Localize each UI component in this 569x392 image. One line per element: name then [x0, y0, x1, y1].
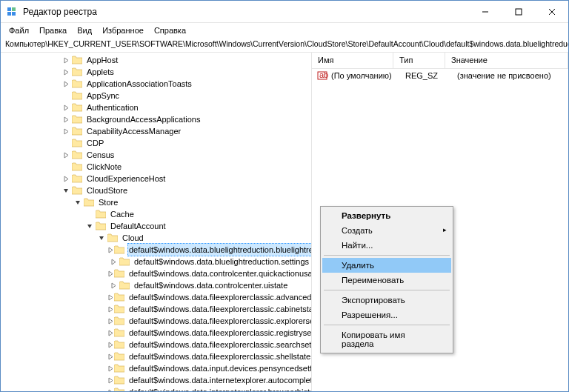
tree-toggle-icon[interactable] [107, 294, 114, 301]
tree-toggle-icon[interactable] [107, 377, 114, 384]
tree-node[interactable]: default$windows.data.input.devices.pensy… [1, 362, 311, 374]
tree-node-label: CloudExperienceHost [85, 173, 167, 185]
menu-edit[interactable]: Правка [34, 24, 72, 36]
tree-toggle-icon[interactable] [107, 389, 114, 392]
menu-favorites[interactable]: Избранное [97, 24, 149, 36]
tree-node[interactable]: Census [1, 149, 311, 161]
tree-node-label: default$windows.data.internetexplorer.br… [127, 386, 311, 391]
menu-file[interactable]: Файл [4, 24, 34, 36]
tree-node[interactable]: AppHost [1, 54, 311, 66]
maximize-button[interactable] [502, 1, 535, 22]
tree-toggle-icon[interactable] [107, 330, 114, 336]
tree-node[interactable]: default$windows.data.fileexplorerclassic… [1, 315, 311, 327]
menu-view[interactable]: Вид [72, 24, 97, 36]
tree-node-label: default$windows.data.fileexplorerclassic… [127, 291, 311, 303]
tree-node[interactable]: ClickNote [1, 161, 311, 173]
tree-toggle-icon[interactable] [60, 176, 72, 182]
tree-toggle-icon[interactable] [107, 259, 119, 265]
column-name[interactable]: Имя [312, 53, 393, 68]
tree-node[interactable]: CapabilityAccessManager [1, 125, 311, 137]
tree-node-label: Census [85, 149, 116, 161]
tree-toggle-icon[interactable] [107, 353, 114, 360]
tree-node-label: BackgroundAccessApplications [85, 113, 202, 125]
tree-toggle-icon[interactable] [72, 199, 84, 206]
minimize-button[interactable] [468, 1, 502, 22]
tree-toggle-icon[interactable] [107, 306, 114, 313]
ctx-delete[interactable]: Удалить [322, 258, 451, 273]
folder-icon [84, 198, 94, 207]
tree-toggle-icon[interactable] [107, 342, 114, 348]
tree-toggle-icon[interactable] [107, 270, 114, 277]
ctx-find[interactable]: Найти... [322, 238, 451, 253]
tree-toggle-icon[interactable] [60, 69, 72, 76]
tree-node[interactable]: default$windows.data.fileexplorerclassic… [1, 351, 311, 362]
address-bar[interactable]: Компьютер\HKEY_CURRENT_USER\SOFTWARE\Mic… [1, 38, 568, 53]
tree-node[interactable]: BackgroundAccessApplications [1, 113, 311, 125]
tree-node-label: AppSync [85, 90, 121, 102]
tree-node-label: Store [97, 196, 119, 208]
tree-toggle-icon[interactable] [107, 318, 114, 325]
column-type[interactable]: Тип [393, 53, 445, 68]
ctx-copy-key-name[interactable]: Копировать имя раздела [322, 328, 451, 351]
tree-toggle-icon[interactable] [96, 235, 107, 242]
ctx-expand[interactable]: Развернуть [322, 208, 451, 223]
tree-toggle-icon[interactable] [84, 223, 96, 230]
folder-icon [114, 388, 124, 391]
tree-node[interactable]: DefaultAccount [1, 220, 311, 232]
tree-node[interactable]: Cloud [1, 232, 311, 244]
ctx-separator [324, 290, 450, 290]
tree-node[interactable]: default$windows.data.fileexplorerclassic… [1, 303, 311, 315]
tree-node-label: default$windows.data.controlcenter.uista… [133, 279, 289, 291]
tree-node[interactable]: default$windows.data.bluelightreduction.… [1, 256, 311, 268]
tree-toggle-icon[interactable] [107, 247, 114, 253]
folder-icon [114, 305, 124, 313]
tree-node-label: Applets [85, 66, 116, 78]
tree-node[interactable]: default$windows.data.fileexplorerclassic… [1, 291, 311, 303]
tree-node[interactable]: default$windows.data.bluelightreduction.… [1, 244, 311, 256]
close-button[interactable] [535, 1, 568, 22]
tree-node[interactable]: CDP [1, 137, 311, 149]
menu-help[interactable]: Справка [149, 24, 191, 36]
svg-rect-1 [12, 7, 16, 11]
ctx-export[interactable]: Экспортировать [322, 293, 451, 308]
tree-node-label: DefaultAccount [109, 220, 167, 232]
tree-node[interactable]: Applets [1, 66, 311, 78]
svg-rect-2 [7, 12, 11, 16]
ctx-new[interactable]: Создать▸ [322, 223, 451, 238]
tree-toggle-icon[interactable] [60, 104, 72, 111]
tree-node-label: default$windows.data.bluelightreduction.… [133, 256, 310, 268]
tree-node[interactable]: ApplicationAssociationToasts [1, 78, 311, 90]
tree-toggle-icon[interactable] [60, 152, 72, 159]
folder-icon [72, 67, 82, 76]
tree-node[interactable]: default$windows.data.internetexplorer.au… [1, 374, 311, 386]
tree-toggle-icon[interactable] [60, 128, 72, 135]
tree-node-label: default$windows.data.controlcenter.quick… [127, 268, 311, 279]
ctx-separator [324, 325, 450, 325]
tree-toggle-icon[interactable] [60, 187, 72, 194]
tree-node[interactable]: Cache [1, 208, 311, 220]
tree-node[interactable]: AppSync [1, 90, 311, 102]
tree-toggle-icon[interactable] [107, 365, 114, 372]
tree-node-label: default$windows.data.fileexplorerclassic… [127, 339, 311, 351]
tree-toggle-icon[interactable] [60, 116, 72, 123]
tree-node[interactable]: default$windows.data.controlcenter.uista… [1, 279, 311, 291]
column-data[interactable]: Значение [445, 53, 568, 68]
ctx-permissions[interactable]: Разрешения... [322, 308, 451, 322]
tree-node[interactable]: default$windows.data.fileexplorerclassic… [1, 339, 311, 351]
tree-node-label: default$windows.data.fileexplorerclassic… [127, 351, 311, 362]
tree-node[interactable]: CloudStore [1, 185, 311, 196]
string-value-icon: ab [316, 70, 328, 82]
tree-node[interactable]: Store [1, 196, 311, 208]
value-row[interactable]: ab(По умолчанию)REG_SZ(значение не присв… [312, 69, 568, 82]
tree-node[interactable]: default$windows.data.internetexplorer.br… [1, 386, 311, 391]
registry-tree[interactable]: AppHostAppletsApplicationAssociationToas… [1, 53, 311, 391]
ctx-rename[interactable]: Переименовать [322, 273, 451, 288]
tree-node[interactable]: CloudExperienceHost [1, 173, 311, 185]
tree-toggle-icon[interactable] [107, 282, 119, 289]
folder-icon [119, 257, 130, 266]
tree-toggle-icon[interactable] [60, 57, 72, 64]
tree-node[interactable]: Authentication [1, 102, 311, 113]
tree-node[interactable]: default$windows.data.controlcenter.quick… [1, 268, 311, 279]
tree-toggle-icon[interactable] [60, 81, 72, 87]
tree-node[interactable]: default$windows.data.fileexplorerclassic… [1, 327, 311, 339]
